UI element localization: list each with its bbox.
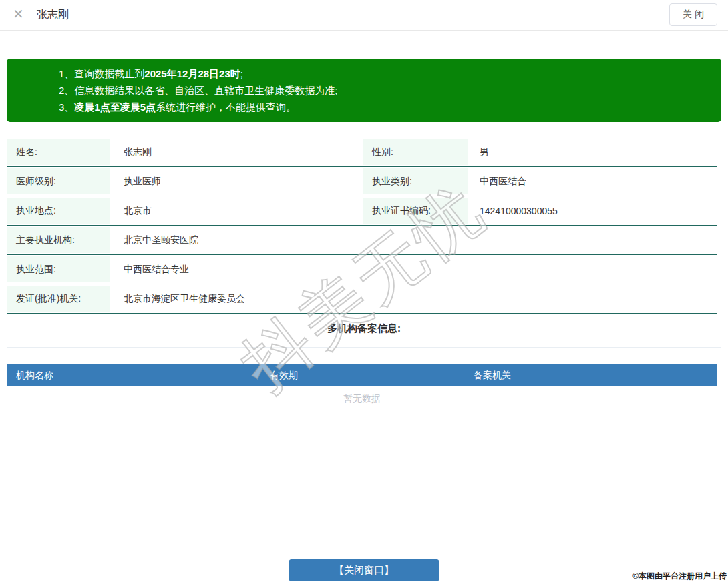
column-header-institution-name: 机构名称 — [7, 364, 260, 386]
close-button[interactable]: 关 闭 — [669, 3, 717, 26]
notice-item-number: 1、 — [59, 68, 74, 79]
column-header-filing-authority: 备案机关 — [464, 364, 717, 386]
notice-item-bold: 2025年12月28日23时 — [144, 68, 240, 79]
field-label-name: 姓名: — [7, 139, 110, 165]
field-label-practice-category: 执业类别: — [363, 168, 468, 194]
empty-data-placeholder: 暂无数据 — [7, 386, 717, 412]
divider — [7, 347, 721, 348]
field-label-doctor-level: 医师级别: — [7, 168, 110, 194]
field-label-gender: 性别: — [363, 139, 468, 165]
close-icon[interactable]: ✕ — [13, 6, 24, 22]
notice-item: 2、信息数据结果以各省、自治区、直辖市卫生健康委数据为准; — [59, 82, 708, 99]
notice-item-text: 系统进行维护，不能提供查询。 — [156, 101, 296, 113]
notice-item: 3、凌晨1点至凌晨5点系统进行维护，不能提供查询。 — [59, 99, 708, 115]
field-value-main-institution: 北京中圣颐安医院 — [110, 226, 717, 254]
notice-item-text: ; — [240, 68, 243, 79]
top-bar: ✕ 张志刚 关 闭 — [0, 0, 728, 31]
table-row: 执业地点: 北京市 执业证书编码: 142410000300055 — [7, 196, 717, 226]
field-label-issuing-authority: 发证(批准)机关: — [7, 286, 110, 312]
field-value-certificate-number: 142410000300055 — [468, 196, 717, 225]
filing-table-header: 机构名称 有效期 备案机关 — [7, 364, 717, 386]
table-row: 发证(批准)机关: 北京市海淀区卫生健康委员会 — [7, 284, 717, 314]
field-value-practice-category: 中西医结合 — [468, 167, 717, 196]
notice-item-text: 信息数据结果以各省、自治区、直辖市卫生健康委数据为准; — [74, 85, 337, 96]
close-window-button[interactable]: 【关闭窗口】 — [289, 559, 439, 581]
field-value-practice-scope: 中西医结合专业 — [110, 255, 717, 284]
field-label-practice-scope: 执业范围: — [7, 256, 110, 282]
notice-item-text: 查询数据截止到 — [74, 68, 144, 79]
practitioner-info-table: 姓名: 张志刚 性别: 男 医师级别: 执业医师 执业类别: 中西医结合 执业地… — [7, 137, 717, 314]
field-label-practice-location: 执业地点: — [7, 198, 110, 224]
notice-item-number: 2、 — [59, 85, 74, 96]
notice-banner: 1、查询数据截止到2025年12月28日23时; 2、信息数据结果以各省、自治区… — [7, 59, 721, 122]
field-label-certificate-number: 执业证书编码: — [363, 198, 468, 224]
attribution-text: ©本图由平台注册用户上传 — [632, 571, 727, 582]
filing-table: 机构名称 有效期 备案机关 暂无数据 — [7, 364, 717, 412]
field-value-doctor-level: 执业医师 — [110, 167, 363, 196]
field-value-practice-location: 北京市 — [110, 196, 363, 225]
table-row: 姓名: 张志刚 性别: 男 — [7, 137, 717, 167]
notice-item: 1、查询数据截止到2025年12月28日23时; — [59, 65, 708, 82]
field-value-gender: 男 — [468, 137, 717, 166]
table-row: 执业范围: 中西医结合专业 — [7, 255, 717, 284]
page-title: 张志刚 — [37, 8, 69, 22]
field-label-main-institution: 主要执业机构: — [7, 227, 110, 253]
table-row: 医师级别: 执业医师 执业类别: 中西医结合 — [7, 167, 717, 196]
field-value-issuing-authority: 北京市海淀区卫生健康委员会 — [110, 284, 717, 313]
notice-item-bold: 凌晨1点至凌晨5点 — [74, 101, 156, 113]
table-row: 主要执业机构: 北京中圣颐安医院 — [7, 226, 717, 255]
field-value-name: 张志刚 — [110, 137, 363, 166]
multi-org-section-title: 多机构备案信息: — [0, 322, 728, 335]
notice-item-number: 3、 — [59, 101, 74, 113]
column-header-validity-period: 有效期 — [260, 364, 464, 386]
